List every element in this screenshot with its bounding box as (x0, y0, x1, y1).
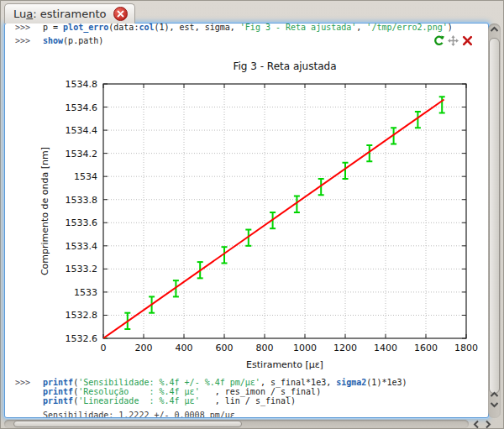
horizontal-scrollbar[interactable] (4, 420, 469, 428)
y-tick-label: 1534.6 (66, 102, 98, 113)
y-tick-label: 1534.2 (66, 149, 98, 160)
fit-line (103, 99, 444, 338)
x-tick-label: 400 (176, 343, 193, 353)
y-tick-label: 1532.6 (66, 333, 98, 344)
code-line: >>>p = plot_erro(data:col(1), est, sigma… (15, 23, 470, 32)
x-tick-label: 200 (135, 343, 153, 353)
y-tick-label: 1533.4 (66, 241, 98, 252)
code-line: >>>show(p.path) (15, 36, 470, 45)
y-tick-label: 1534.4 (66, 125, 98, 136)
refresh-icon[interactable] (433, 35, 444, 46)
y-tick-label: 1532.8 (66, 310, 98, 321)
code-top: >>>p = plot_erro(data:col(1), est, sigma… (5, 24, 470, 45)
code-line: printf('Resolução : %.4f με' , res_imon … (15, 387, 488, 396)
move-icon[interactable] (448, 35, 459, 46)
x-tick-label: 800 (256, 343, 274, 353)
y-axis-label: Comprimento de onda [nm] (39, 147, 50, 275)
scroll-down-icon[interactable] (489, 400, 500, 409)
scroll-left-icon[interactable] (471, 420, 480, 429)
scroll-up-icon-bottom[interactable] (489, 390, 500, 399)
console-panel: >>>p = plot_erro(data:col(1), est, sigma… (4, 23, 489, 418)
console-output-line: Sensibilidade: 1.2222 +/- 0.0008 pm/με (15, 411, 235, 418)
x-tick-label: 0 (101, 343, 107, 353)
chart-title: Fig 3 - Reta ajustada (233, 60, 336, 72)
x-tick-label: 1200 (333, 343, 357, 353)
vertical-scrollbar[interactable] (488, 24, 501, 418)
tab-close-icon[interactable] (113, 7, 128, 21)
chart: 0200400600800100012001400160018001532.61… (5, 52, 489, 381)
y-tick-label: 1534 (74, 171, 97, 182)
x-tick-label: 600 (216, 343, 234, 353)
app-window: Lua: estiramento >>>p = plot_erro(data:c… (0, 0, 504, 429)
x-axis-label: Estiramento [με] (246, 359, 323, 370)
tab-lua-estiramento[interactable]: Lua: estiramento (4, 3, 135, 24)
y-tick-label: 1533.2 (66, 264, 98, 275)
code-line: >>>printf('Sensibilidade: %.4f +/- %.4f … (15, 378, 488, 387)
scroll-up-icon[interactable] (489, 25, 500, 34)
x-tick-label: 1000 (293, 343, 317, 353)
tab-label: Lua: estiramento (13, 8, 107, 20)
x-tick-label: 1400 (374, 343, 397, 353)
horizontal-scrollbar-thumb[interactable] (13, 421, 242, 427)
prompt: >>> (15, 36, 43, 45)
vertical-scrollbar-thumb[interactable] (489, 38, 500, 394)
x-tick-label: 1800 (454, 343, 478, 353)
prompt: >>> (15, 378, 43, 387)
horizontal-scrollbar-arrows (471, 420, 492, 429)
y-tick-label: 1533.6 (66, 217, 98, 228)
code-bottom: >>>printf('Sensibilidade: %.4f +/- %.4f … (5, 378, 488, 405)
code-line: printf('Linearidade : %.4f με' , lin / s… (15, 396, 488, 405)
plot-toolbar (433, 35, 473, 46)
delete-icon[interactable] (462, 35, 473, 46)
y-tick-label: 1534.8 (66, 79, 98, 90)
error-bars (101, 97, 445, 338)
y-tick-label: 1533.8 (66, 195, 98, 206)
scroll-right-icon[interactable] (483, 420, 492, 429)
y-tick-label: 1533 (74, 287, 97, 298)
prompt: >>> (15, 23, 43, 32)
x-tick-label: 1600 (414, 343, 438, 353)
